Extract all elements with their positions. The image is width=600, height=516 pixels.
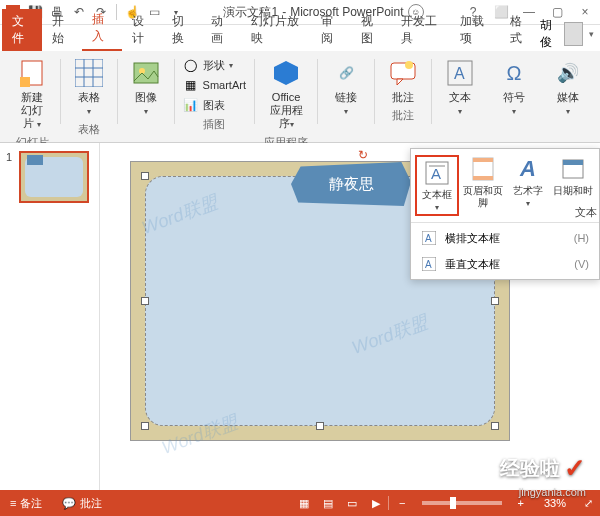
resize-handle[interactable] xyxy=(491,422,499,430)
user-name[interactable]: 胡俊 xyxy=(540,17,558,51)
tab-file[interactable]: 文件 xyxy=(2,9,42,51)
shapes-icon: ◯ xyxy=(183,57,199,73)
comments-icon: 💬 xyxy=(62,497,76,510)
menu-vertical-key: (V) xyxy=(574,258,589,270)
chart-icon: 📊 xyxy=(183,97,199,113)
tab-design[interactable]: 设计 xyxy=(122,9,162,51)
text-button[interactable]: A 文本▾ xyxy=(440,55,480,120)
tab-home[interactable]: 开始 xyxy=(42,9,82,51)
svg-rect-3 xyxy=(20,77,30,87)
svg-rect-21 xyxy=(473,158,493,162)
vertical-textbox-icon: A xyxy=(421,256,437,272)
link-button[interactable]: 🔗 链接▾ xyxy=(326,55,366,120)
smartart-button[interactable]: ▦SmartArt xyxy=(183,77,246,93)
user-dropdown-icon[interactable]: ▾ xyxy=(589,29,594,39)
notes-label: 备注 xyxy=(20,496,42,511)
header-footer-button[interactable]: 页眉和页脚 xyxy=(461,155,504,216)
header-footer-icon xyxy=(468,155,498,183)
tab-review[interactable]: 审阅 xyxy=(311,9,351,51)
status-comments-button[interactable]: 💬批注 xyxy=(52,496,112,511)
tab-animation[interactable]: 动画 xyxy=(201,9,241,51)
menu-horizontal-textbox[interactable]: A 横排文本框(H) xyxy=(411,225,599,251)
shapes-button[interactable]: ◯形状▾ xyxy=(183,57,233,73)
brand-name: 经验啦 xyxy=(500,455,560,482)
chart-button[interactable]: 📊图表 xyxy=(183,97,225,113)
tab-addins[interactable]: 加载项 xyxy=(450,9,500,51)
tab-slideshow[interactable]: 幻灯片放映 xyxy=(241,9,311,51)
resize-handle[interactable] xyxy=(141,422,149,430)
office-apps-icon xyxy=(270,57,302,89)
new-slide-button[interactable]: 新建幻灯片 ▾ xyxy=(12,55,52,133)
media-label: 媒体 xyxy=(557,91,579,103)
tab-view[interactable]: 视图 xyxy=(351,9,391,51)
table-label: 表格 xyxy=(78,91,100,103)
menu-horizontal-key: (H) xyxy=(574,232,589,244)
wordart-icon: A xyxy=(513,155,543,183)
textbox-button[interactable]: A 文本框 ▾ xyxy=(415,155,459,216)
text-label: 文本 xyxy=(449,91,471,103)
zoom-in-button[interactable]: + xyxy=(508,497,534,509)
flag-shape[interactable]: 静夜思 xyxy=(291,162,411,206)
textbox-label: 文本框 xyxy=(422,189,452,201)
menu-horizontal-label: 横排文本框 xyxy=(445,231,500,246)
status-notes-button[interactable]: ≡备注 xyxy=(0,496,52,511)
comment-label: 批注 xyxy=(392,91,414,104)
office-label1: Office xyxy=(272,91,301,103)
group-table: 表格 xyxy=(78,122,100,137)
svg-marker-13 xyxy=(397,79,403,85)
menu-vertical-textbox[interactable]: A 垂直文本框(V) xyxy=(411,251,599,277)
tab-insert[interactable]: 插入 xyxy=(82,7,122,51)
slide-thumbnail-1[interactable] xyxy=(19,151,89,203)
brand-url: jingyanla.com xyxy=(519,486,586,498)
horizontal-textbox-icon: A xyxy=(421,230,437,246)
media-button[interactable]: 🔊 媒体▾ xyxy=(548,55,588,120)
slide-thumbnail-panel: 1 xyxy=(0,143,100,490)
popout-side-label: 文本 xyxy=(575,205,597,220)
zoom-out-button[interactable]: − xyxy=(389,497,415,509)
symbol-button[interactable]: Ω 符号▾ xyxy=(494,55,534,120)
view-normal-button[interactable]: ▦ xyxy=(292,493,316,513)
zoom-slider-thumb[interactable] xyxy=(450,497,456,509)
tab-format[interactable]: 格式 xyxy=(500,9,540,51)
office-apps-button[interactable]: Office应用程序▾ xyxy=(263,55,310,133)
link-label: 链接 xyxy=(335,91,357,103)
svg-rect-9 xyxy=(134,63,158,83)
comment-button[interactable]: 批注 xyxy=(383,55,423,106)
view-sorter-button[interactable]: ▤ xyxy=(316,493,340,513)
resize-handle[interactable] xyxy=(141,172,149,180)
smartart-icon: ▦ xyxy=(183,77,199,93)
zoom-slider[interactable] xyxy=(422,501,502,505)
rotate-handle[interactable]: ↻ xyxy=(358,148,372,162)
svg-text:A: A xyxy=(425,259,432,270)
textbox-dropdown-icon: ▾ xyxy=(435,203,439,212)
tab-devtools[interactable]: 开发工具 xyxy=(391,9,451,51)
zoom-value[interactable]: 33% xyxy=(534,497,576,509)
svg-rect-4 xyxy=(75,59,103,87)
resize-handle[interactable] xyxy=(316,422,324,430)
table-button[interactable]: 表格▾ xyxy=(69,55,109,120)
thumb-number: 1 xyxy=(6,151,12,163)
svg-rect-22 xyxy=(473,176,493,180)
resize-handle[interactable] xyxy=(491,297,499,305)
images-button[interactable]: 图像▾ xyxy=(126,55,166,120)
svg-text:A: A xyxy=(431,165,441,182)
view-reading-button[interactable]: ▭ xyxy=(340,493,364,513)
svg-text:A: A xyxy=(425,233,432,244)
wordart-button[interactable]: A 艺术字 ▾ xyxy=(506,155,549,216)
group-comment: 批注 xyxy=(392,108,414,123)
symbol-label: 符号 xyxy=(503,91,525,103)
resize-handle[interactable] xyxy=(141,297,149,305)
menu-vertical-label: 垂直文本框 xyxy=(445,257,500,272)
group-illustrations: 插图 xyxy=(203,117,225,132)
svg-text:A: A xyxy=(454,65,465,82)
images-label: 图像 xyxy=(135,91,157,103)
view-slideshow-button[interactable]: ▶ xyxy=(364,493,388,513)
check-icon: ✓ xyxy=(564,453,586,484)
tab-transition[interactable]: 切换 xyxy=(162,9,202,51)
wordart-label: 艺术字 xyxy=(513,185,543,197)
header-footer-label: 页眉和页脚 xyxy=(461,185,504,209)
symbol-icon: Ω xyxy=(498,57,530,89)
new-slide-icon xyxy=(16,57,48,89)
comment-icon xyxy=(387,57,419,89)
user-avatar[interactable] xyxy=(564,22,583,46)
